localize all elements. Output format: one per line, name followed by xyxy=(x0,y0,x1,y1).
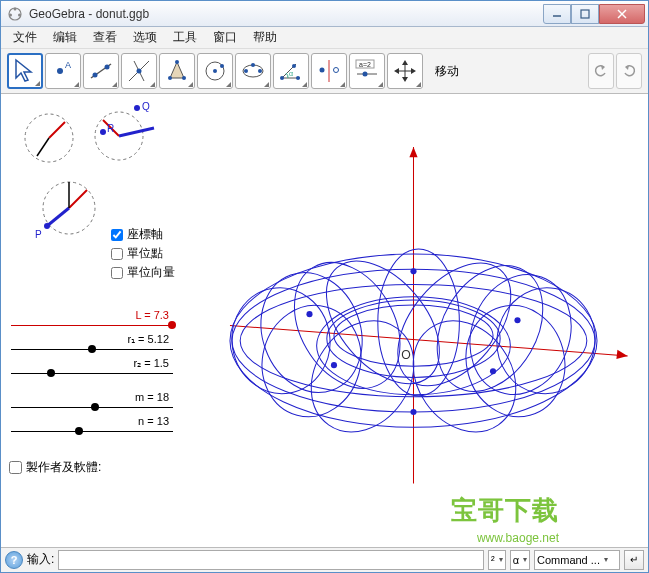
command-dropdown[interactable]: Command ...▾ xyxy=(534,550,620,570)
tool-conic[interactable] xyxy=(235,53,271,89)
svg-point-64 xyxy=(224,280,339,401)
svg-point-23 xyxy=(244,69,248,73)
menu-help[interactable]: 帮助 xyxy=(245,27,285,48)
window-title: GeoGebra - donut.ggb xyxy=(29,7,149,21)
input-label: 输入: xyxy=(27,551,54,568)
svg-text:O: O xyxy=(401,348,411,362)
menu-options[interactable]: 选项 xyxy=(125,27,165,48)
symbol-dropdown[interactable]: α▾ xyxy=(510,550,530,570)
menubar: 文件 编辑 查看 选项 工具 窗口 帮助 xyxy=(1,27,648,49)
svg-point-47 xyxy=(100,129,106,135)
svg-point-45 xyxy=(134,105,140,111)
slider-r1[interactable]: r₁ = 5.12 xyxy=(9,335,175,359)
svg-line-56 xyxy=(230,326,628,357)
titlebar: GeoGebra - donut.ggb xyxy=(1,1,648,27)
svg-point-79 xyxy=(331,362,337,368)
svg-point-16 xyxy=(168,76,172,80)
unit-point-checkbox[interactable]: 單位點 xyxy=(111,245,175,262)
app-icon xyxy=(7,6,23,22)
svg-point-70 xyxy=(416,247,565,410)
svg-point-34 xyxy=(363,72,368,77)
tool-perpendicular[interactable] xyxy=(121,53,157,89)
svg-point-77 xyxy=(306,311,312,317)
svg-point-8 xyxy=(57,68,63,74)
menu-window[interactable]: 窗口 xyxy=(205,27,245,48)
svg-point-28 xyxy=(296,76,300,80)
svg-point-27 xyxy=(280,76,284,80)
svg-point-2 xyxy=(18,13,21,16)
menu-edit[interactable]: 编辑 xyxy=(45,27,85,48)
tool-point[interactable]: A xyxy=(45,53,81,89)
svg-point-1 xyxy=(14,7,17,10)
close-button[interactable] xyxy=(599,4,645,24)
slider-n[interactable]: n = 13 xyxy=(9,417,175,441)
minimize-button[interactable] xyxy=(543,4,571,24)
author-checkbox[interactable]: 製作者及軟體: xyxy=(9,459,175,476)
tool-reflect[interactable] xyxy=(311,53,347,89)
toolbar: A α a=2 移动 xyxy=(1,49,648,94)
menu-view[interactable]: 查看 xyxy=(85,27,125,48)
svg-text:Q: Q xyxy=(142,101,150,112)
svg-point-81 xyxy=(410,269,416,275)
svg-point-12 xyxy=(105,65,110,70)
tool-active-label: 移动 xyxy=(435,63,586,80)
svg-point-20 xyxy=(213,69,217,73)
menu-tools[interactable]: 工具 xyxy=(165,27,205,48)
svg-text:α: α xyxy=(289,70,293,77)
svg-point-82 xyxy=(410,409,416,415)
tool-move-view[interactable] xyxy=(387,53,423,89)
undo-button[interactable] xyxy=(588,53,614,89)
svg-line-40 xyxy=(49,122,65,138)
svg-line-50 xyxy=(69,190,87,208)
input-enter-button[interactable]: ↵ xyxy=(624,550,644,570)
svg-point-15 xyxy=(137,69,142,74)
svg-point-72 xyxy=(489,280,604,401)
algebra-panel: Q R P 座標軸 單位點 單位向量 L = 7.3 xyxy=(1,94,179,547)
svg-point-29 xyxy=(292,64,296,68)
command-input[interactable] xyxy=(58,550,484,570)
superscript-dropdown[interactable]: ²▾ xyxy=(488,550,506,570)
tool-circle[interactable] xyxy=(197,53,233,89)
svg-point-78 xyxy=(514,318,520,324)
slider-L[interactable]: L = 7.3 xyxy=(9,311,175,335)
svg-text:R: R xyxy=(107,123,114,134)
svg-point-53 xyxy=(44,223,50,229)
slider-r2[interactable]: r₂ = 1.5 xyxy=(9,359,175,383)
input-bar: ? 输入: ²▾ α▾ Command ...▾ ↵ xyxy=(1,547,648,572)
help-icon[interactable]: ? xyxy=(5,551,23,569)
svg-point-11 xyxy=(93,73,98,78)
svg-point-68 xyxy=(378,249,460,396)
tool-angle[interactable]: α xyxy=(273,53,309,89)
svg-line-51 xyxy=(47,208,69,226)
tool-polygon[interactable] xyxy=(159,53,195,89)
axes-checkbox[interactable]: 座標軸 xyxy=(111,226,175,243)
svg-point-25 xyxy=(251,63,255,67)
slider-m[interactable]: m = 18 xyxy=(9,393,175,417)
svg-line-41 xyxy=(37,138,49,156)
menu-file[interactable]: 文件 xyxy=(5,27,45,48)
redo-button[interactable] xyxy=(616,53,642,89)
svg-point-17 xyxy=(175,60,179,64)
tool-line[interactable] xyxy=(83,53,119,89)
svg-point-24 xyxy=(258,69,262,73)
maximize-button[interactable] xyxy=(571,4,599,24)
svg-text:a=2: a=2 xyxy=(359,61,371,68)
svg-text:P: P xyxy=(35,229,42,240)
unit-vector-checkbox[interactable]: 單位向量 xyxy=(111,264,175,281)
graphics-view[interactable]: O xyxy=(179,94,648,547)
svg-line-44 xyxy=(119,128,154,136)
svg-point-31 xyxy=(320,68,325,73)
svg-point-21 xyxy=(220,64,224,68)
svg-point-32 xyxy=(334,68,339,73)
svg-point-3 xyxy=(9,13,12,16)
svg-point-18 xyxy=(182,76,186,80)
svg-text:A: A xyxy=(65,60,71,70)
svg-rect-5 xyxy=(581,10,589,18)
tool-move[interactable] xyxy=(7,53,43,89)
svg-point-80 xyxy=(490,369,496,375)
tool-slider[interactable]: a=2 xyxy=(349,53,385,89)
